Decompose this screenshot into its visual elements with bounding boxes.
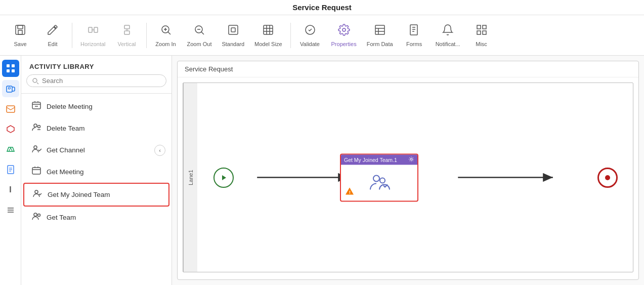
start-event[interactable] [213, 168, 234, 188]
standard-icon [227, 24, 239, 39]
misc-button[interactable]: Misc [466, 18, 497, 53]
horizontal-button[interactable]: Horizontal [76, 18, 110, 53]
search-input[interactable] [42, 77, 161, 85]
svg-point-42 [8, 87, 10, 89]
vertical-label: Vertical [117, 41, 136, 47]
svg-point-66 [35, 190, 38, 193]
svg-point-75 [373, 176, 379, 182]
validate-button[interactable]: Validate [295, 18, 325, 53]
activity-node-body: ! [341, 165, 417, 200]
svg-rect-33 [477, 25, 481, 29]
get-meeting-label: Get Meeting [47, 168, 84, 176]
save-icon [14, 24, 26, 39]
edit-button[interactable]: Edit [37, 18, 68, 53]
toolbar-divider-1 [72, 23, 72, 48]
info-icon[interactable]: I [2, 181, 19, 198]
zoom-in-icon [160, 24, 172, 39]
sidebar-title: ACTIVITY LIBRARY [21, 56, 171, 74]
notifications-button[interactable]: Notificat... [432, 18, 464, 53]
vertical-icon [121, 24, 133, 39]
sidebar-item-get-channel[interactable]: Get Channel ‹ [23, 139, 169, 161]
svg-point-76 [380, 178, 385, 183]
svg-rect-29 [410, 25, 417, 35]
save-label: Save [14, 41, 26, 47]
sidebar-item-get-meeting[interactable]: Get Meeting [23, 161, 169, 183]
model-size-button[interactable]: Model Size [250, 18, 286, 53]
form-data-button[interactable]: Form Data [363, 18, 397, 53]
canvas-flow: Lane1 [178, 77, 638, 277]
svg-rect-53 [32, 102, 40, 109]
get-team-icon [31, 211, 41, 224]
get-my-joined-team-label: Get My Joined Team [48, 191, 110, 198]
horizontal-label: Horizontal [80, 41, 106, 47]
properties-label: Properties [331, 41, 357, 47]
delete-team-label: Delete Team [47, 125, 85, 132]
canvas-container: Service Request Lane1 [177, 61, 639, 280]
svg-point-68 [38, 214, 40, 217]
svg-rect-35 [483, 31, 486, 34]
svg-rect-17 [231, 28, 235, 32]
activity-node-settings-icon[interactable] [408, 156, 414, 163]
form-data-icon [374, 24, 386, 39]
svg-rect-40 [12, 69, 15, 72]
svg-rect-25 [375, 25, 384, 34]
sidebar-item-get-my-joined-team[interactable]: Get My Joined Team [23, 183, 169, 207]
svg-point-78 [605, 175, 610, 180]
app-launcher-icon[interactable] [2, 60, 19, 77]
svg-point-59 [38, 126, 40, 128]
main-layout: I ACTIVITY LIBRARY Delete Meeting Delete… [0, 56, 644, 285]
edit-label: Edit [48, 41, 58, 47]
zoom-out-icon [193, 24, 205, 39]
zoom-in-label: Zoom In [155, 41, 176, 47]
svg-rect-37 [7, 64, 10, 67]
end-event[interactable] [597, 168, 618, 188]
validate-label: Validate [300, 41, 320, 47]
list-icon[interactable] [2, 201, 19, 219]
sidebar-item-get-team[interactable]: Get Team [23, 207, 169, 228]
svg-line-10 [167, 31, 170, 34]
svg-marker-73 [222, 175, 226, 180]
app-title: Service Request [292, 3, 352, 12]
activity-node-header: Get My Joined Team.1 [341, 154, 417, 165]
doc-icon[interactable] [2, 161, 19, 178]
sidebar-item-delete-team[interactable]: Delete Team [23, 117, 169, 139]
svg-rect-38 [12, 64, 15, 67]
zoom-out-button[interactable]: Zoom Out [183, 18, 216, 53]
misc-icon [476, 24, 488, 39]
svg-point-58 [34, 124, 37, 127]
vertical-button[interactable]: Vertical [112, 18, 142, 53]
svg-rect-6 [124, 25, 130, 29]
svg-rect-0 [16, 25, 25, 34]
svg-rect-39 [7, 69, 10, 72]
sidebar-item-delete-meeting[interactable]: Delete Meeting [23, 96, 169, 117]
outlook-icon[interactable] [2, 100, 19, 117]
svg-point-24 [342, 28, 346, 31]
standard-button[interactable]: Standard [218, 18, 248, 53]
lane-label: Lane1 [183, 83, 197, 272]
teams-icon[interactable] [2, 80, 19, 97]
form-data-label: Form Data [367, 41, 393, 47]
activity-node[interactable]: Get My Joined Team.1 [340, 153, 418, 201]
forms-button[interactable]: Forms [399, 18, 430, 53]
drive-icon[interactable] [2, 141, 19, 158]
svg-point-74 [410, 158, 412, 160]
model-size-icon [262, 24, 274, 39]
svg-point-67 [34, 213, 37, 216]
standard-label: Standard [222, 41, 244, 47]
canvas-area: Service Request Lane1 [172, 56, 644, 285]
svg-rect-43 [7, 106, 15, 112]
properties-button[interactable]: Properties [327, 18, 361, 53]
canvas-title: Service Request [178, 61, 638, 77]
get-channel-icon [31, 144, 41, 156]
activity-node-title: Get My Joined Team.1 [344, 156, 397, 162]
zoom-out-label: Zoom Out [187, 41, 212, 47]
svg-point-61 [34, 146, 37, 149]
horizontal-icon [87, 24, 99, 39]
zoom-in-button[interactable]: Zoom In [151, 18, 181, 53]
sidebar-collapse-button[interactable]: ‹ [154, 145, 165, 156]
search-box[interactable] [26, 74, 166, 87]
office-icon[interactable] [2, 120, 19, 138]
svg-point-51 [33, 78, 37, 83]
svg-line-52 [37, 83, 38, 84]
save-button[interactable]: Save [5, 18, 35, 53]
